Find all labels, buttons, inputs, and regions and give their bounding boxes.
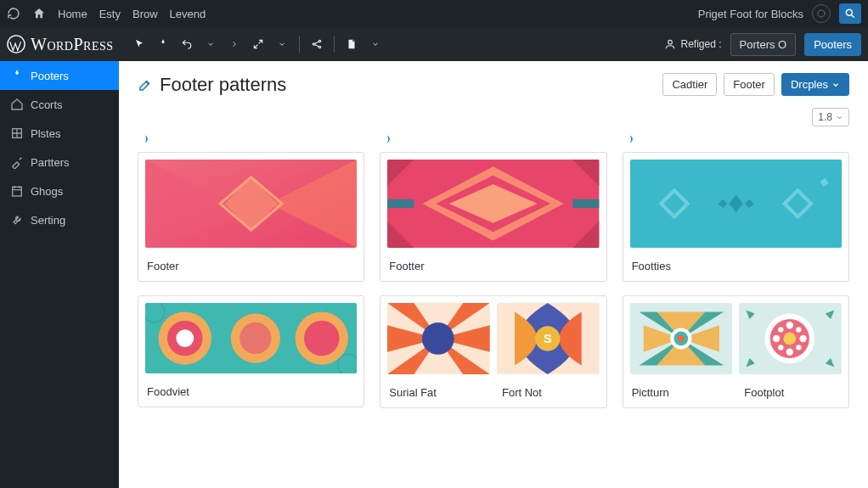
pin-icon	[10, 69, 24, 82]
grid-icon	[10, 126, 24, 140]
secondary-bar: WordPress Refiged : Porters O Pooters	[0, 27, 868, 61]
svg-point-0	[818, 10, 825, 17]
footer-button[interactable]: Footer	[724, 73, 775, 96]
user-info[interactable]: Refiged :	[664, 38, 722, 50]
chevron-down-icon[interactable]	[275, 37, 289, 51]
topnav-brow[interactable]: Brow	[132, 8, 158, 20]
pager-value: 1.8	[818, 111, 832, 123]
home-icon	[10, 98, 24, 111]
user-label: Refiged :	[681, 38, 722, 50]
topnav-esty[interactable]: Esty	[99, 8, 121, 20]
pattern-card[interactable]: Footer	[138, 152, 364, 282]
pin-icon[interactable]	[156, 37, 170, 51]
home-icon[interactable]	[32, 7, 46, 20]
pattern-card[interactable]: Footter	[380, 152, 606, 282]
page-icon[interactable]	[345, 37, 358, 51]
toolbar-separator	[334, 36, 335, 53]
cursor-icon[interactable]	[132, 37, 146, 51]
sidebar-item-serting[interactable]: Serting	[0, 205, 119, 234]
cachier-button[interactable]: Cadtier	[662, 73, 717, 96]
svg-rect-8	[13, 187, 22, 196]
topnav-home[interactable]: Home	[58, 8, 87, 20]
sidebar-item-plates[interactable]: Plstes	[0, 119, 119, 148]
pattern-card[interactable]: Foodviet	[138, 295, 364, 407]
topbar-right-text: Priget Foot for Blocks	[698, 8, 803, 20]
expand-icon[interactable]	[251, 37, 265, 51]
sidebar-item-pooters[interactable]: Pooters	[0, 61, 119, 90]
pattern-label: Surial Fat	[380, 381, 493, 407]
pattern-thumbnail	[380, 153, 606, 255]
sidebar-item-ccorts[interactable]: Ccorts	[0, 90, 119, 119]
pattern-label: Footter	[380, 255, 606, 281]
edit-icon	[138, 77, 153, 93]
admin-sidebar: Pooters Ccorts Plstes Partters Ghogs Ser…	[0, 61, 119, 488]
svg-point-1	[846, 9, 852, 15]
pattern-thumbnail	[623, 153, 848, 255]
sidebar-item-label: Plstes	[31, 127, 60, 140]
pattern-thumbnail: S	[497, 303, 600, 374]
pattern-card[interactable]: PictturnFootplot	[623, 295, 849, 408]
pattern-card[interactable]: Footties	[623, 152, 849, 282]
wordpress-logo[interactable]: WordPress	[7, 35, 117, 54]
share-icon[interactable]	[310, 37, 324, 51]
primary-button[interactable]: Pooters	[804, 33, 861, 56]
pattern-thumbnail	[387, 303, 490, 374]
svg-point-70	[796, 345, 801, 350]
svg-rect-33	[572, 199, 599, 208]
column-header-icon	[138, 133, 364, 145]
column-header-icon	[380, 133, 606, 145]
svg-point-69	[778, 345, 783, 350]
sidebar-item-label: Pooters	[31, 70, 69, 82]
refresh-icon[interactable]	[7, 7, 20, 20]
sidebar-item-label: Ccorts	[31, 98, 63, 111]
porters-pill[interactable]: Porters O	[730, 33, 797, 56]
svg-point-4	[318, 40, 320, 42]
editor-toolbar	[117, 36, 382, 53]
svg-point-66	[800, 335, 807, 342]
svg-point-19	[240, 323, 271, 354]
dropdown-label: Drcples	[791, 78, 828, 91]
column-header-icon	[623, 133, 849, 145]
svg-point-59	[677, 335, 684, 342]
svg-rect-32	[387, 199, 414, 208]
undo-icon[interactable]	[180, 37, 194, 51]
pattern-card[interactable]: S Surial FatFort Not	[380, 295, 606, 408]
pattern-label: Footties	[623, 255, 848, 281]
svg-point-64	[786, 348, 793, 355]
svg-point-21	[304, 321, 340, 356]
pattern-label: Footplot	[736, 381, 848, 407]
pattern-label: Foodviet	[138, 380, 251, 407]
topnav-levend[interactable]: Levend	[170, 8, 206, 20]
calendar-icon	[10, 184, 24, 198]
admin-topbar: Home Esty Brow Levend Priget Foot for Bl…	[0, 0, 868, 27]
toolbar-separator	[299, 36, 300, 53]
svg-point-5	[318, 46, 320, 48]
chevron-right-icon[interactable]	[228, 37, 241, 51]
sidebar-item-label: Ghogs	[31, 185, 63, 198]
pattern-label: Footer	[138, 255, 364, 281]
dotted-circle-icon[interactable]	[812, 4, 831, 23]
pattern-label: Pictturn	[623, 381, 736, 407]
sidebar-item-ghogs[interactable]: Ghogs	[0, 177, 119, 205]
sidebar-item-label: Partters	[31, 156, 70, 169]
sidebar-item-partters[interactable]: Partters	[0, 148, 119, 177]
svg-point-41	[422, 323, 454, 355]
content-area: Footer patterns Cadtier Footer Drcples 1…	[119, 61, 868, 488]
brush-icon	[10, 155, 24, 169]
pager-select[interactable]: 1.8	[812, 108, 849, 126]
pattern-thumbnail	[630, 303, 733, 374]
pattern-label	[251, 380, 364, 407]
dropdown-button[interactable]: Drcples	[781, 73, 849, 96]
svg-point-71	[784, 332, 797, 345]
chevron-down-icon[interactable]	[369, 37, 382, 51]
wrench-icon	[10, 213, 24, 227]
svg-point-67	[778, 327, 783, 332]
search-button[interactable]	[839, 3, 861, 24]
svg-point-17	[176, 329, 194, 347]
page-title: Footer patterns	[160, 74, 286, 96]
sidebar-item-label: Serting	[31, 214, 65, 227]
svg-point-65	[773, 335, 780, 342]
chevron-down-icon[interactable]	[204, 37, 217, 51]
pattern-thumbnail	[739, 303, 842, 374]
svg-point-63	[786, 322, 793, 328]
